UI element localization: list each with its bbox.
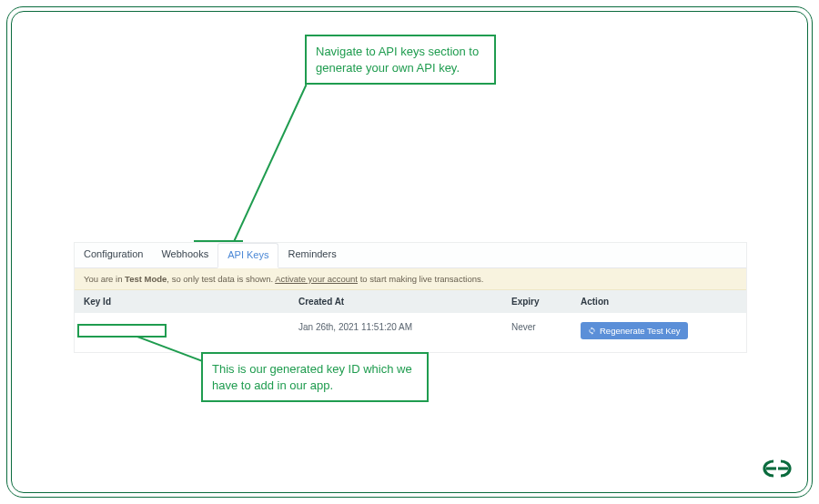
tab-bar: Configuration Webhooks API Keys Reminder… bbox=[75, 243, 746, 268]
notice-mode: Test Mode bbox=[125, 274, 167, 284]
tab-configuration[interactable]: Configuration bbox=[75, 243, 152, 267]
cell-created: Jan 26th, 2021 11:51:20 AM bbox=[298, 322, 511, 339]
tab-reminders[interactable]: Reminders bbox=[278, 243, 345, 267]
table-header-row: Key Id Created At Expiry Action bbox=[75, 290, 746, 313]
cell-expiry: Never bbox=[511, 322, 581, 339]
col-header-action: Action bbox=[581, 297, 737, 307]
svg-line-0 bbox=[232, 84, 307, 246]
regenerate-test-key-button[interactable]: Regenerate Test Key bbox=[581, 322, 688, 339]
test-mode-notice: You are in Test Mode, so only test data … bbox=[75, 268, 746, 290]
notice-middle: , so only test data is shown. bbox=[167, 274, 275, 284]
callout-key-id: This is our generated key ID which we ha… bbox=[201, 352, 429, 402]
notice-prefix: You are in bbox=[84, 274, 125, 284]
col-header-created: Created At bbox=[298, 297, 511, 307]
callout-api-keys-text: Navigate to API keys section to generate… bbox=[316, 45, 479, 75]
callout-api-keys-pointer bbox=[232, 84, 307, 246]
refresh-icon bbox=[588, 327, 596, 335]
callout-key-id-text: This is our generated key ID which we ha… bbox=[212, 362, 412, 392]
col-header-keyid: Key Id bbox=[84, 297, 298, 307]
tab-webhooks[interactable]: Webhooks bbox=[152, 243, 217, 267]
regenerate-test-key-label: Regenerate Test Key bbox=[600, 326, 681, 336]
gfg-logo bbox=[755, 456, 799, 488]
col-header-expiry: Expiry bbox=[511, 297, 581, 307]
notice-suffix: to start making live transactions. bbox=[358, 274, 483, 284]
callout-api-keys: Navigate to API keys section to generate… bbox=[305, 35, 496, 85]
callout-key-id-pointer bbox=[135, 336, 207, 363]
cell-action: Regenerate Test Key bbox=[581, 322, 737, 339]
activate-account-link[interactable]: Activate your account bbox=[275, 274, 358, 284]
tab-api-keys[interactable]: API Keys bbox=[217, 243, 278, 268]
svg-line-1 bbox=[135, 336, 207, 363]
